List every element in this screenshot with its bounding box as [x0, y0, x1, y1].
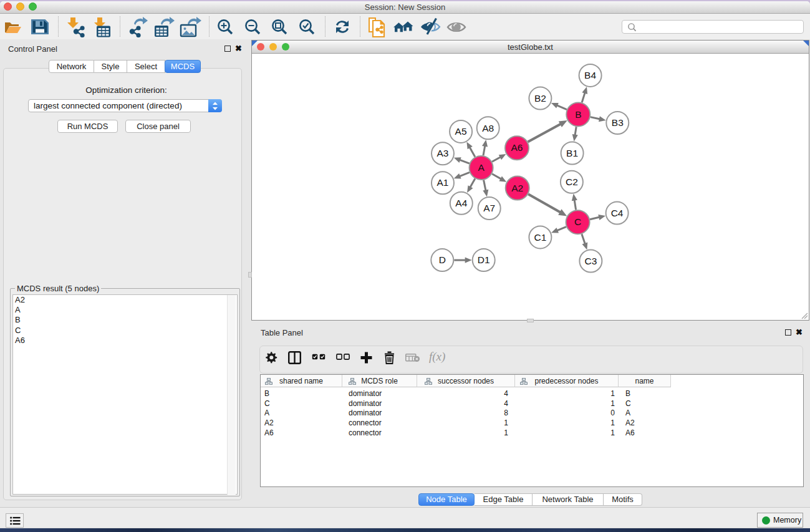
svg-text:C: C	[574, 216, 581, 227]
svg-text:B4: B4	[584, 70, 596, 80]
svg-text:B1: B1	[566, 148, 578, 158]
svg-text:A8: A8	[482, 123, 494, 133]
svg-text:D1: D1	[478, 254, 490, 265]
svg-text:A5: A5	[455, 126, 467, 137]
svg-text:A2: A2	[511, 183, 523, 193]
svg-text:C2: C2	[566, 177, 578, 187]
svg-text:A3: A3	[437, 148, 449, 158]
svg-text:C1: C1	[534, 232, 546, 243]
svg-text:B3: B3	[612, 117, 624, 128]
svg-text:A: A	[478, 162, 485, 173]
svg-text:C4: C4	[611, 208, 624, 218]
svg-text:A6: A6	[511, 142, 523, 153]
svg-text:D: D	[439, 254, 446, 265]
svg-text:A4: A4	[455, 198, 467, 208]
svg-text:C3: C3	[584, 256, 597, 266]
svg-text:B: B	[575, 109, 581, 120]
svg-text:A7: A7	[483, 203, 495, 213]
svg-text:B2: B2	[534, 93, 546, 104]
svg-text:A1: A1	[437, 177, 449, 188]
